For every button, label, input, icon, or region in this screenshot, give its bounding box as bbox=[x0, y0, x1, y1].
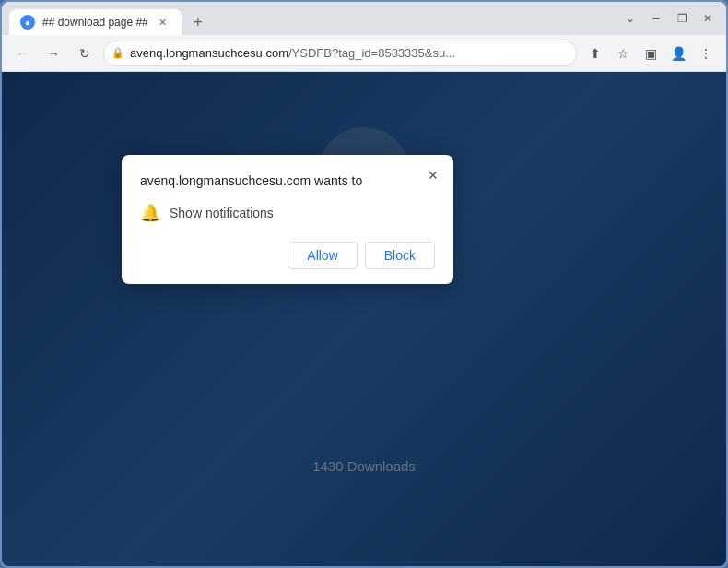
minimize-button[interactable]: – bbox=[645, 7, 667, 30]
chevron-down-icon[interactable]: ⌄ bbox=[619, 7, 641, 30]
refresh-button[interactable]: ↻ bbox=[72, 41, 98, 66]
bell-icon: 🔔 bbox=[140, 203, 160, 223]
permission-label: Show notifications bbox=[170, 206, 274, 220]
sidebar-button[interactable]: ▣ bbox=[638, 41, 663, 66]
tab-title: ## download page ## bbox=[42, 16, 148, 29]
active-tab[interactable]: ● ## download page ## ✕ bbox=[9, 9, 182, 35]
window-controls: ⌄ – ❐ ✕ bbox=[619, 7, 719, 30]
back-button[interactable]: ← bbox=[9, 41, 35, 66]
address-path: /YSDFB?tag_id=8583335&su... bbox=[288, 46, 455, 60]
permission-dialog: ✕ avenq.longmansuchcesu.com wants to 🔔 S… bbox=[122, 155, 453, 284]
nav-actions: ⬆ ☆ ▣ 👤 ⋮ bbox=[582, 41, 719, 66]
new-tab-button[interactable]: + bbox=[185, 9, 211, 35]
title-bar: ● ## download page ## ✕ + ⌄ – ❐ ✕ bbox=[2, 2, 726, 35]
menu-button[interactable]: ⋮ bbox=[693, 41, 719, 66]
share-button[interactable]: ⬆ bbox=[582, 41, 608, 66]
address-bar[interactable]: 🔒 avenq.longmansuchcesu.com/YSDFB?tag_id… bbox=[103, 41, 577, 66]
tab-close-button[interactable]: ✕ bbox=[156, 15, 170, 30]
dim-overlay bbox=[2, 72, 726, 566]
tab-favicon: ● bbox=[20, 15, 35, 30]
content-area: ⬇ ! start downloading. 1430 Downloads ✕ … bbox=[2, 72, 726, 566]
forward-button[interactable]: → bbox=[41, 41, 66, 66]
close-button[interactable]: ✕ bbox=[697, 7, 719, 30]
dialog-permission-row: 🔔 Show notifications bbox=[140, 203, 435, 223]
profile-button[interactable]: 👤 bbox=[665, 41, 691, 66]
allow-button[interactable]: Allow bbox=[288, 242, 357, 269]
dialog-buttons: Allow Block bbox=[140, 242, 435, 269]
tab-strip: ● ## download page ## ✕ + bbox=[9, 2, 616, 35]
bookmark-button[interactable]: ☆ bbox=[610, 41, 636, 66]
nav-bar: ← → ↻ 🔒 avenq.longmansuchcesu.com/YSDFB?… bbox=[2, 35, 726, 72]
address-domain: avenq.longmansuchcesu.com bbox=[130, 46, 288, 60]
browser-window: ● ## download page ## ✕ + ⌄ – ❐ ✕ ← → ↻ … bbox=[2, 2, 726, 566]
dialog-close-button[interactable]: ✕ bbox=[422, 164, 444, 186]
address-text: avenq.longmansuchcesu.com/YSDFB?tag_id=8… bbox=[130, 46, 569, 60]
restore-button[interactable]: ❐ bbox=[671, 7, 693, 30]
dialog-title: avenq.longmansuchcesu.com wants to bbox=[140, 173, 435, 188]
block-button[interactable]: Block bbox=[365, 242, 435, 269]
lock-icon: 🔒 bbox=[112, 47, 124, 59]
